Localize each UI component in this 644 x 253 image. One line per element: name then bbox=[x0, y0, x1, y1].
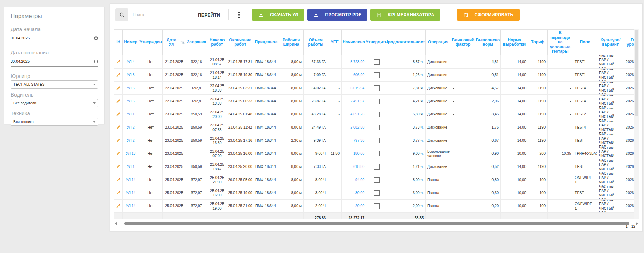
overflow-menu-button[interactable] bbox=[236, 11, 242, 19]
row-number-link[interactable]: УЛ 2 bbox=[124, 138, 137, 143]
col-header-ueg[interactable]: УЕГ bbox=[328, 30, 342, 55]
row-number-link[interactable]: УЛ 6 bbox=[124, 99, 137, 103]
cell-field: ONEWIRE-1 bbox=[573, 173, 597, 186]
edit-pencil-icon[interactable] bbox=[116, 59, 121, 64]
row-number-link[interactable]: УЛ 14 bbox=[124, 178, 137, 182]
col-header-approve[interactable]: Утвердить bbox=[366, 30, 387, 55]
cell-value: 22.04.25 18:33 bbox=[209, 84, 225, 92]
col-header-factor[interactable]: Влияющий фактор bbox=[451, 30, 475, 55]
download-ul-button[interactable]: СКАЧАТЬ УЛ bbox=[252, 9, 304, 21]
row-number-link[interactable]: УЛ 3 bbox=[124, 73, 137, 77]
col-header-fuel[interactable]: Заправка bbox=[186, 30, 207, 55]
approve-checkbox[interactable] bbox=[374, 59, 380, 65]
cell-tariff: 1190 bbox=[528, 134, 548, 147]
approve-checkbox[interactable] bbox=[374, 190, 380, 196]
edit-pencil-icon[interactable] bbox=[116, 164, 121, 169]
total-culture bbox=[597, 213, 624, 219]
col-header-work_start[interactable]: Начало работ bbox=[207, 30, 227, 55]
approve-checkbox[interactable] bbox=[374, 203, 380, 209]
approve-checkbox[interactable] bbox=[374, 151, 380, 156]
h-scrollbar[interactable] bbox=[114, 222, 639, 226]
calendar-icon[interactable] bbox=[94, 59, 98, 63]
edit-pencil-icon[interactable] bbox=[116, 72, 121, 78]
col-header-duration[interactable]: Продолжительность bbox=[387, 30, 426, 55]
approve-checkbox[interactable] bbox=[374, 164, 380, 170]
approve-checkbox[interactable] bbox=[374, 85, 380, 91]
col-header-norm_rate[interactable]: Норма выработки bbox=[501, 30, 528, 55]
row-number-link[interactable]: УЛ 13 bbox=[124, 151, 137, 156]
cell-number: УЛ 14 bbox=[123, 200, 139, 212]
v-scrollbar[interactable] bbox=[634, 29, 639, 219]
edit-pencil-icon[interactable] bbox=[116, 190, 121, 195]
row-number-link[interactable]: УЛ 1 bbox=[124, 164, 137, 169]
col-header-conv_ha[interactable]: В переводе на условные гектары bbox=[548, 30, 573, 55]
edit-pencil-icon[interactable] bbox=[116, 203, 121, 209]
equipment-select[interactable]: Вся техника bbox=[11, 118, 98, 126]
col-header-harvest_year[interactable]: Год урожая bbox=[624, 30, 634, 55]
cell-norms_done: 0,20 bbox=[475, 200, 501, 212]
report-icon bbox=[376, 12, 385, 18]
approve-checkbox[interactable] bbox=[374, 99, 380, 104]
row-number-link[interactable]: УЛ 14 bbox=[124, 204, 137, 208]
approve-checkbox[interactable] bbox=[374, 177, 380, 183]
row-number-link[interactable]: УЛ 2 bbox=[124, 125, 137, 130]
driver-select[interactable]: Все водители bbox=[11, 99, 98, 107]
approve-checkbox[interactable] bbox=[374, 125, 380, 130]
go-button[interactable]: ПЕРЕЙТИ bbox=[198, 12, 220, 18]
col-header-trailer[interactable]: Прицепное bbox=[253, 30, 279, 55]
kpi-mechanizer-button[interactable]: KPI МЕХАНИЗАТОРА bbox=[370, 9, 440, 21]
cell-value: Дискование bbox=[427, 138, 449, 143]
cell-number: УЛ 1 bbox=[123, 108, 139, 121]
legal-entity-select[interactable]: ТЕСТ ALL STATES bbox=[11, 80, 98, 89]
col-header-approved[interactable]: Утвержден bbox=[139, 30, 163, 55]
h-scrollbar-thumb[interactable] bbox=[124, 222, 629, 225]
edit-pencil-icon[interactable] bbox=[116, 99, 121, 104]
col-header-number[interactable]: Номер bbox=[123, 30, 139, 55]
col-header-date_ul[interactable]: Дата УЛ bbox=[163, 30, 186, 55]
approve-checkbox[interactable] bbox=[374, 72, 380, 78]
col-header-accrued[interactable]: Начислено bbox=[342, 30, 366, 55]
edit-pencil-icon[interactable] bbox=[116, 112, 121, 117]
col-header-label: Дата УЛ bbox=[164, 38, 179, 47]
col-header-field[interactable]: Поле bbox=[573, 30, 597, 55]
row-number-link[interactable]: УЛ 1 bbox=[124, 112, 137, 117]
row-number-link[interactable]: УЛ 5 bbox=[124, 86, 137, 90]
col-header-culture[interactable]: Культура/вариант bbox=[597, 30, 624, 55]
download-icon bbox=[258, 12, 267, 18]
cell-operation: Боронование часовое bbox=[426, 147, 451, 160]
cell-ueg: - bbox=[328, 134, 342, 147]
col-header-volume[interactable]: Объем работы bbox=[304, 30, 328, 55]
edit-pencil-icon[interactable] bbox=[116, 125, 121, 130]
cell-trailer: ПМФ-18\344 bbox=[253, 173, 279, 186]
col-header-operation[interactable]: Операция bbox=[426, 30, 451, 55]
start-date-field[interactable]: 01.04.2025 bbox=[11, 36, 98, 43]
cell-work_end: 23.04.25 16:00 bbox=[227, 147, 253, 160]
col-header-norms_done[interactable]: Выполнено норм bbox=[475, 30, 501, 55]
search-input[interactable] bbox=[132, 10, 189, 20]
approve-checkbox[interactable] bbox=[374, 138, 380, 143]
end-date-field[interactable]: 30.04.2025 bbox=[11, 59, 98, 67]
edit-pencil-icon[interactable] bbox=[116, 138, 121, 143]
row-number-link[interactable]: УЛ 4 bbox=[124, 60, 137, 64]
edit-pencil-icon[interactable] bbox=[116, 151, 121, 156]
col-header-work_width[interactable]: Рабочая ширина bbox=[279, 30, 304, 55]
col-header-edit[interactable]: id bbox=[114, 30, 123, 55]
cell-value: 1,75 bbox=[477, 125, 499, 130]
view-pdf-button[interactable]: ПРОСМОТР PDF bbox=[307, 9, 367, 21]
col-header-work_end[interactable]: Окончание работ bbox=[227, 30, 253, 55]
row-number-link[interactable]: УЛ 14 bbox=[124, 191, 137, 195]
generate-button[interactable]: СФОРМИРОВАТЬ bbox=[457, 9, 520, 21]
scroll-right-arrow[interactable] bbox=[636, 222, 638, 225]
col-header-tariff[interactable]: Тариф bbox=[528, 30, 548, 55]
v-scrollbar-thumb[interactable] bbox=[635, 30, 638, 116]
cell-value: 14,00 bbox=[502, 125, 526, 130]
edit-pencil-icon[interactable] bbox=[116, 85, 121, 91]
cell-accrued: 4 651,26 bbox=[342, 108, 366, 121]
calendar-icon[interactable] bbox=[94, 36, 98, 40]
edit-pencil-icon[interactable] bbox=[116, 177, 121, 182]
cell-operation: Дискование bbox=[426, 134, 451, 147]
scroll-left-arrow[interactable] bbox=[115, 222, 117, 225]
total-accrued: 23 272,17 bbox=[342, 213, 366, 219]
cell-value: 24.04.25 01:48 bbox=[228, 112, 252, 117]
approve-checkbox[interactable] bbox=[374, 112, 380, 117]
